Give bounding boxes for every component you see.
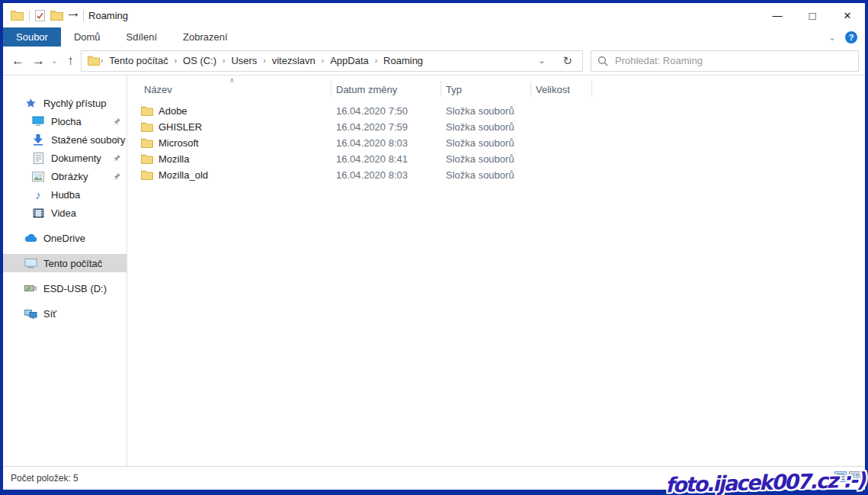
properties-icon[interactable] (35, 10, 45, 21)
downloads-icon (31, 134, 45, 146)
tab-domu[interactable]: Domů (61, 27, 114, 47)
sidebar-item-label: Hudba (51, 189, 80, 201)
title-bar: ▾ Roaming — □ ✕ (3, 3, 865, 27)
column-headers: ∧ Název Datum změny Typ Velikost (139, 79, 865, 98)
onedrive-cloud-icon (24, 233, 37, 243)
sort-ascending-icon: ∧ (229, 76, 235, 84)
address-dropdown-chevron-icon[interactable]: ⌄ (529, 56, 554, 66)
file-modified: 16.04.2020 7:59 (332, 121, 441, 133)
breadcrumb-users[interactable]: Users (226, 55, 262, 66)
sidebar-item-hudba[interactable]: ♪ Hudba (3, 185, 127, 204)
network-icon (24, 309, 37, 319)
breadcrumb-appdata[interactable]: AppData (325, 55, 374, 66)
breadcrumb-tento-pocitac[interactable]: Tento počítač (104, 55, 173, 66)
sidebar-item-label: Dokumenty (51, 153, 101, 164)
sidebar-item-label: OneDrive (43, 233, 85, 244)
ribbon-tab-bar: Soubor Domů Sdílení Zobrazení ⌄ ? (3, 27, 865, 47)
sidebar-item-dokumenty[interactable]: Dokumenty (3, 149, 127, 167)
pictures-icon (31, 172, 45, 182)
address-bar[interactable]: › Tento počítač › OS (C:) › Users › vite… (81, 50, 583, 72)
sidebar-item-label: Tento počítač (43, 258, 102, 269)
column-header-typ[interactable]: Typ (441, 81, 531, 96)
file-name: Mozilla (159, 153, 189, 165)
file-row-microsoft[interactable]: Microsoft 16.04.2020 8:03 Složka souborů (139, 135, 865, 151)
refresh-icon[interactable]: ↻ (554, 51, 581, 71)
sidebar-item-label: Obrázky (51, 171, 88, 182)
search-box[interactable] (591, 50, 859, 72)
folder-icon (141, 170, 153, 180)
navigation-bar: ← → ⌄ ↑ › Tento počítač › OS (C:) › User… (3, 47, 865, 76)
file-row-mozilla[interactable]: Mozilla 16.04.2020 8:41 Složka souborů (139, 151, 865, 167)
sidebar-item-label: ESD-USB (D:) (43, 283, 107, 294)
tab-soubor[interactable]: Soubor (3, 27, 61, 47)
customize-toolbar-chevron-icon[interactable]: ▾ (69, 12, 78, 18)
tab-sdileni[interactable]: Sdílení (114, 27, 170, 47)
new-folder-icon[interactable] (50, 10, 63, 21)
file-type: Složka souborů (441, 121, 531, 133)
items-count: Počet položek: 5 (11, 473, 78, 484)
sidebar-item-quick-access[interactable]: Rychlý přístup (3, 94, 127, 112)
window-title: Roaming (88, 10, 128, 21)
breadcrumb-vitezslavn[interactable]: vitezslavn (267, 55, 321, 66)
column-header-label: Datum změny (336, 84, 397, 95)
sidebar-item-videa[interactable]: Videa (3, 204, 127, 222)
file-name: GHISLER (159, 121, 202, 133)
file-modified: 16.04.2020 8:03 (332, 137, 441, 149)
desktop-icon (31, 116, 45, 127)
search-icon (597, 56, 608, 66)
sidebar-item-stazene-soubory[interactable]: Stažené soubory (3, 130, 127, 149)
pin-icon (113, 117, 121, 128)
sidebar-item-label: Síť (43, 308, 56, 320)
file-row-adobe[interactable]: Adobe 16.04.2020 7:50 Složka souborů (139, 103, 865, 119)
minimize-button[interactable]: — (760, 3, 795, 27)
sidebar-item-label: Plocha (51, 116, 82, 127)
recent-locations-chevron-icon[interactable]: ⌄ (49, 57, 60, 65)
quick-access-star-icon (24, 98, 37, 109)
app-folder-icon (11, 10, 24, 21)
address-folder-icon (88, 56, 100, 66)
tab-zobrazeni[interactable]: Zobrazení (170, 27, 241, 47)
column-header-velikost[interactable]: Velikost (531, 81, 592, 96)
file-name: Microsoft (159, 137, 199, 149)
column-header-nazev[interactable]: ∧ Název (139, 81, 332, 96)
maximize-button[interactable]: □ (795, 3, 830, 27)
pin-icon (113, 135, 121, 146)
file-list-pane: ∧ Název Datum změny Typ Velikost (127, 76, 865, 466)
file-rows: Adobe 16.04.2020 7:50 Složka souborů GHI… (139, 103, 865, 183)
close-button[interactable]: ✕ (830, 3, 865, 27)
file-row-mozilla-old[interactable]: Mozilla_old 16.04.2020 8:03 Složka soubo… (139, 167, 865, 183)
breadcrumb-roaming[interactable]: Roaming (378, 55, 428, 66)
folder-icon (141, 106, 153, 116)
file-type: Složka souborů (441, 153, 531, 165)
sidebar-item-label: Videa (51, 207, 76, 219)
file-modified: 16.04.2020 8:03 (332, 169, 441, 181)
help-icon[interactable]: ? (845, 31, 857, 43)
explorer-window: ▾ Roaming — □ ✕ Soubor Domů Sdílení Zobr… (0, 0, 868, 495)
toolbar-separator (83, 10, 84, 21)
collapse-ribbon-icon[interactable]: ⌄ (828, 32, 836, 43)
forward-button[interactable]: → (28, 54, 49, 67)
column-header-datum-zmeny[interactable]: Datum změny (332, 81, 441, 96)
column-header-label: Velikost (536, 84, 570, 95)
sidebar-item-tento-pocitac[interactable]: Tento počítač (3, 254, 127, 272)
back-button[interactable]: ← (8, 54, 28, 67)
documents-icon (31, 153, 45, 164)
sidebar-item-plocha[interactable]: Plocha (3, 112, 127, 130)
file-row-ghisler[interactable]: GHISLER 16.04.2020 7:59 Složka souborů (139, 119, 865, 135)
sidebar-item-label: Rychlý přístup (43, 98, 106, 109)
sidebar-item-esd-usb[interactable]: ESD-USB (D:) (3, 279, 127, 297)
breadcrumb-os-c[interactable]: OS (C:) (178, 55, 222, 66)
toolbar-separator (29, 10, 30, 21)
window-controls: — □ ✕ (760, 3, 865, 27)
sidebar-item-obrazky[interactable]: Obrázky (3, 167, 127, 185)
column-header-label: Typ (446, 84, 462, 95)
usb-drive-icon (24, 284, 37, 293)
sidebar-item-sit[interactable]: Síť (3, 304, 127, 323)
up-button[interactable]: ↑ (60, 54, 81, 67)
folder-icon (141, 154, 153, 164)
pin-icon (113, 153, 121, 165)
file-type: Složka souborů (441, 137, 531, 149)
search-input[interactable] (615, 55, 852, 66)
file-type: Složka souborů (441, 169, 531, 181)
sidebar-item-onedrive[interactable]: OneDrive (3, 229, 127, 247)
